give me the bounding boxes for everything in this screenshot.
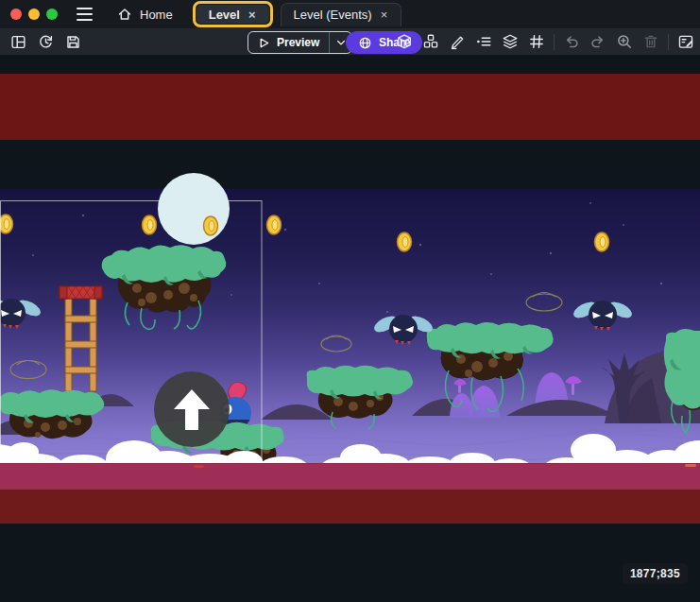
layers-icon[interactable] <box>501 32 520 51</box>
play-icon <box>248 36 275 50</box>
close-tab-icon[interactable]: × <box>380 9 389 21</box>
titlebar: Home Level × Level (Events) × <box>0 0 700 28</box>
panels-icon[interactable] <box>9 32 27 51</box>
globe-icon <box>358 36 372 50</box>
objects-group-icon[interactable] <box>421 32 440 51</box>
background-red-band <box>0 74 700 140</box>
ground-detail <box>685 464 696 467</box>
cube-icon[interactable] <box>395 32 414 51</box>
toolbar-right-group <box>395 28 695 55</box>
edit-properties-icon[interactable] <box>676 32 695 51</box>
toolbar: Preview Share <box>0 28 700 55</box>
toolbar-left-group <box>9 28 82 55</box>
moon[interactable] <box>158 173 230 245</box>
ground-detail <box>194 465 204 468</box>
close-window-button[interactable] <box>10 9 22 20</box>
grid-icon[interactable] <box>527 32 546 51</box>
tab-label: Home <box>140 8 173 22</box>
jump-button[interactable] <box>154 371 230 447</box>
maximize-window-button[interactable] <box>46 9 58 20</box>
zoom-in-icon[interactable] <box>615 32 634 51</box>
history-icon[interactable] <box>36 32 55 51</box>
undo-icon[interactable] <box>562 32 581 51</box>
ground-strip <box>0 463 700 490</box>
lava-strip <box>0 490 700 524</box>
minimize-window-button[interactable] <box>28 9 40 20</box>
home-icon <box>117 7 132 22</box>
coin[interactable] <box>204 216 218 235</box>
close-tab-icon[interactable]: × <box>248 9 257 21</box>
window-controls <box>10 9 58 20</box>
tab-label: Level <box>209 8 240 22</box>
tab-home[interactable]: Home <box>105 3 185 26</box>
tab-level[interactable]: Level × <box>196 5 269 24</box>
toolbar-separator <box>554 34 555 50</box>
scene-editor-canvas[interactable]: 1877;835 <box>0 55 700 602</box>
game-scene <box>0 170 700 463</box>
hamburger-icon[interactable] <box>77 8 93 21</box>
app-window: { "titlebar": { "traffic_lights": ["clos… <box>0 0 700 602</box>
toolbar-separator <box>668 34 669 50</box>
tab-level-events[interactable]: Level (Events) × <box>281 3 402 26</box>
cursor-coordinates-badge: 1877;835 <box>623 563 688 584</box>
pencil-icon[interactable] <box>448 32 467 51</box>
preview-label: Preview <box>275 36 329 49</box>
redo-icon[interactable] <box>589 32 607 51</box>
instances-list-icon[interactable] <box>474 32 493 51</box>
save-icon[interactable] <box>63 32 82 51</box>
tab-strip: Home Level × Level (Events) × <box>105 0 401 28</box>
tab-highlight-box: Level × <box>193 1 273 27</box>
trash-icon[interactable] <box>641 32 660 51</box>
tab-label: Level (Events) <box>294 8 372 22</box>
preview-button[interactable]: Preview <box>248 31 352 54</box>
